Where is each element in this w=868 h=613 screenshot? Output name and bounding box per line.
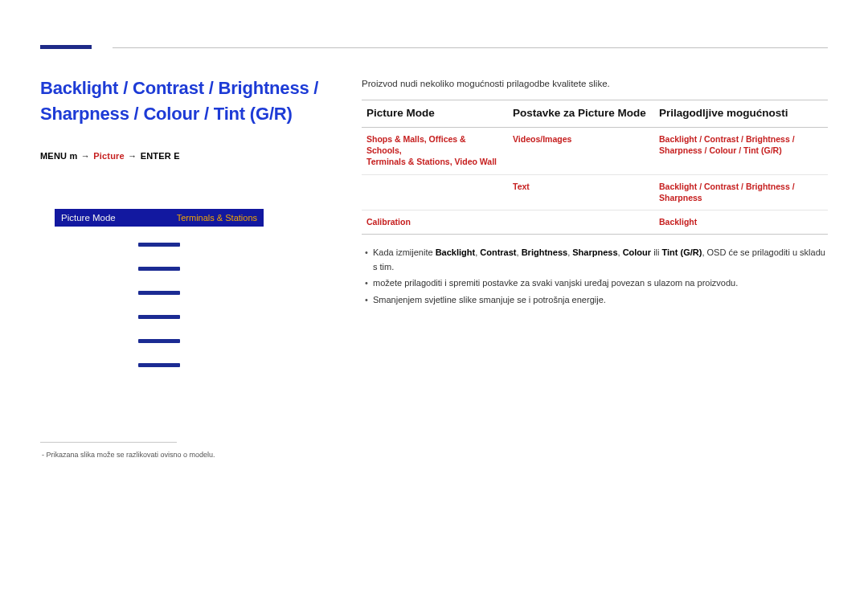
title-line-1: Backlight / Contrast / Brightness / [40, 78, 318, 98]
breadcrumb-picture: Picture [93, 151, 125, 161]
cell-picture-mode: Calibration [362, 210, 508, 234]
cell-settings: Text [508, 175, 654, 210]
osd-slider-bar [138, 339, 180, 343]
cell-adjustable: Backlight / Contrast / Brightness / Shar… [654, 175, 828, 210]
table-row: Text Backlight / Contrast / Brightness /… [362, 174, 828, 210]
cell-settings [508, 210, 654, 234]
osd-header: Picture Mode Terminals & Stations [55, 209, 264, 227]
cell-settings: Videos/Images [508, 128, 654, 174]
breadcrumb-enter: ENTER [141, 151, 171, 161]
breadcrumb-menu: MENU [40, 151, 67, 161]
table-row: Calibration Backlight [362, 210, 828, 234]
osd-preview: Picture Mode Terminals & Stations [55, 209, 264, 386]
intro-text: Proizvod nudi nekoliko mogućnosti prilag… [362, 79, 828, 88]
title-line-2: Sharpness / Colour / Tint (G/R) [40, 104, 293, 124]
breadcrumb-arrow-1: → [81, 151, 90, 161]
osd-slider-bar [138, 267, 180, 271]
cell-picture-mode [362, 175, 508, 210]
footnote: Prikazana slika može se razlikovati ovis… [40, 451, 330, 459]
cell-picture-mode: Shops & Malls, Offices & Schools, Termin… [362, 128, 508, 174]
table-header-picture-mode: Picture Mode [362, 100, 508, 127]
cell-adjustable: Backlight [654, 210, 828, 234]
osd-slider-bar [138, 243, 180, 247]
table-header-settings: Postavke za Picture Mode [508, 100, 654, 127]
right-column: Proizvod nudi nekoliko mogućnosti prilag… [330, 76, 828, 459]
enter-icon: E [174, 151, 180, 161]
notes-list: Kada izmijenite Backlight, Contrast, Bri… [362, 246, 828, 307]
page-title: Backlight / Contrast / Brightness / Shar… [40, 76, 330, 127]
note-item: Smanjenjem svjetline slike smanjuje se i… [362, 293, 828, 308]
header-rule [113, 47, 828, 48]
options-table: Picture Mode Postavke za Picture Mode Pr… [362, 100, 828, 235]
header-accent-bar [40, 45, 92, 49]
osd-slider-bar [138, 291, 180, 295]
note-item: možete prilagoditi i spremiti postavke z… [362, 276, 828, 291]
osd-sliders [55, 227, 264, 386]
breadcrumb: MENU m → Picture → ENTER E [40, 151, 330, 161]
left-column: Backlight / Contrast / Brightness / Shar… [40, 76, 330, 459]
cell-adjustable: Backlight / Contrast / Brightness / Shar… [654, 128, 828, 174]
menu-icon: m [69, 151, 77, 161]
table-header-row: Picture Mode Postavke za Picture Mode Pr… [362, 100, 828, 128]
breadcrumb-arrow-2: → [128, 151, 137, 161]
table-row: Shops & Malls, Offices & Schools, Termin… [362, 128, 828, 174]
osd-mode-value: Terminals & Stations [177, 213, 257, 223]
note-item: Kada izmijenite Backlight, Contrast, Bri… [362, 246, 828, 274]
osd-slider-bar [138, 363, 180, 367]
table-header-adjustable: Prilagodljive mogućnosti [654, 100, 828, 127]
osd-mode-label: Picture Mode [61, 213, 116, 223]
footnote-divider [40, 442, 177, 443]
osd-slider-bar [138, 315, 180, 319]
